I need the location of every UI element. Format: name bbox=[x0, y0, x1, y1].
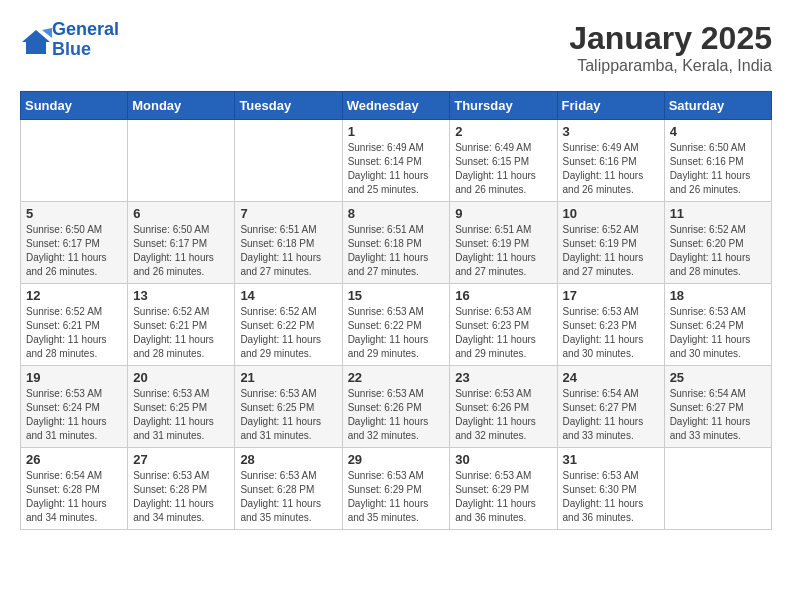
day-info: Sunrise: 6:52 AM Sunset: 6:20 PM Dayligh… bbox=[670, 223, 766, 279]
day-number: 2 bbox=[455, 124, 551, 139]
calendar-week-2: 5Sunrise: 6:50 AM Sunset: 6:17 PM Daylig… bbox=[21, 202, 772, 284]
svg-marker-0 bbox=[22, 30, 50, 54]
month-title: January 2025 bbox=[569, 20, 772, 57]
day-number: 27 bbox=[133, 452, 229, 467]
calendar-cell: 6Sunrise: 6:50 AM Sunset: 6:17 PM Daylig… bbox=[128, 202, 235, 284]
day-number: 10 bbox=[563, 206, 659, 221]
day-number: 16 bbox=[455, 288, 551, 303]
calendar-cell: 9Sunrise: 6:51 AM Sunset: 6:19 PM Daylig… bbox=[450, 202, 557, 284]
title-block: January 2025 Talipparamba, Kerala, India bbox=[569, 20, 772, 75]
day-info: Sunrise: 6:52 AM Sunset: 6:22 PM Dayligh… bbox=[240, 305, 336, 361]
day-info: Sunrise: 6:53 AM Sunset: 6:24 PM Dayligh… bbox=[26, 387, 122, 443]
weekday-header-wednesday: Wednesday bbox=[342, 92, 450, 120]
day-info: Sunrise: 6:54 AM Sunset: 6:27 PM Dayligh… bbox=[563, 387, 659, 443]
calendar-cell: 19Sunrise: 6:53 AM Sunset: 6:24 PM Dayli… bbox=[21, 366, 128, 448]
calendar-cell: 28Sunrise: 6:53 AM Sunset: 6:28 PM Dayli… bbox=[235, 448, 342, 530]
calendar-cell: 2Sunrise: 6:49 AM Sunset: 6:15 PM Daylig… bbox=[450, 120, 557, 202]
calendar-cell: 4Sunrise: 6:50 AM Sunset: 6:16 PM Daylig… bbox=[664, 120, 771, 202]
day-number: 20 bbox=[133, 370, 229, 385]
calendar-cell: 1Sunrise: 6:49 AM Sunset: 6:14 PM Daylig… bbox=[342, 120, 450, 202]
day-number: 18 bbox=[670, 288, 766, 303]
day-number: 7 bbox=[240, 206, 336, 221]
day-number: 13 bbox=[133, 288, 229, 303]
day-number: 28 bbox=[240, 452, 336, 467]
day-info: Sunrise: 6:52 AM Sunset: 6:21 PM Dayligh… bbox=[133, 305, 229, 361]
day-number: 19 bbox=[26, 370, 122, 385]
day-info: Sunrise: 6:50 AM Sunset: 6:17 PM Dayligh… bbox=[26, 223, 122, 279]
day-info: Sunrise: 6:53 AM Sunset: 6:22 PM Dayligh… bbox=[348, 305, 445, 361]
day-info: Sunrise: 6:49 AM Sunset: 6:14 PM Dayligh… bbox=[348, 141, 445, 197]
day-info: Sunrise: 6:54 AM Sunset: 6:28 PM Dayligh… bbox=[26, 469, 122, 525]
day-info: Sunrise: 6:49 AM Sunset: 6:16 PM Dayligh… bbox=[563, 141, 659, 197]
calendar-cell: 3Sunrise: 6:49 AM Sunset: 6:16 PM Daylig… bbox=[557, 120, 664, 202]
calendar-cell: 17Sunrise: 6:53 AM Sunset: 6:23 PM Dayli… bbox=[557, 284, 664, 366]
day-info: Sunrise: 6:53 AM Sunset: 6:25 PM Dayligh… bbox=[133, 387, 229, 443]
day-info: Sunrise: 6:53 AM Sunset: 6:23 PM Dayligh… bbox=[563, 305, 659, 361]
calendar-cell: 30Sunrise: 6:53 AM Sunset: 6:29 PM Dayli… bbox=[450, 448, 557, 530]
calendar-cell bbox=[235, 120, 342, 202]
day-number: 25 bbox=[670, 370, 766, 385]
calendar-cell: 18Sunrise: 6:53 AM Sunset: 6:24 PM Dayli… bbox=[664, 284, 771, 366]
day-info: Sunrise: 6:51 AM Sunset: 6:19 PM Dayligh… bbox=[455, 223, 551, 279]
calendar-week-1: 1Sunrise: 6:49 AM Sunset: 6:14 PM Daylig… bbox=[21, 120, 772, 202]
calendar-cell: 24Sunrise: 6:54 AM Sunset: 6:27 PM Dayli… bbox=[557, 366, 664, 448]
day-number: 26 bbox=[26, 452, 122, 467]
calendar-cell: 8Sunrise: 6:51 AM Sunset: 6:18 PM Daylig… bbox=[342, 202, 450, 284]
day-info: Sunrise: 6:53 AM Sunset: 6:26 PM Dayligh… bbox=[455, 387, 551, 443]
day-info: Sunrise: 6:53 AM Sunset: 6:23 PM Dayligh… bbox=[455, 305, 551, 361]
day-info: Sunrise: 6:51 AM Sunset: 6:18 PM Dayligh… bbox=[348, 223, 445, 279]
day-number: 3 bbox=[563, 124, 659, 139]
day-number: 24 bbox=[563, 370, 659, 385]
day-number: 29 bbox=[348, 452, 445, 467]
day-info: Sunrise: 6:53 AM Sunset: 6:30 PM Dayligh… bbox=[563, 469, 659, 525]
day-info: Sunrise: 6:49 AM Sunset: 6:15 PM Dayligh… bbox=[455, 141, 551, 197]
calendar-cell: 13Sunrise: 6:52 AM Sunset: 6:21 PM Dayli… bbox=[128, 284, 235, 366]
calendar-cell: 7Sunrise: 6:51 AM Sunset: 6:18 PM Daylig… bbox=[235, 202, 342, 284]
calendar-cell: 14Sunrise: 6:52 AM Sunset: 6:22 PM Dayli… bbox=[235, 284, 342, 366]
day-number: 14 bbox=[240, 288, 336, 303]
day-info: Sunrise: 6:53 AM Sunset: 6:28 PM Dayligh… bbox=[133, 469, 229, 525]
day-info: Sunrise: 6:53 AM Sunset: 6:26 PM Dayligh… bbox=[348, 387, 445, 443]
day-info: Sunrise: 6:52 AM Sunset: 6:19 PM Dayligh… bbox=[563, 223, 659, 279]
calendar-cell: 29Sunrise: 6:53 AM Sunset: 6:29 PM Dayli… bbox=[342, 448, 450, 530]
day-number: 21 bbox=[240, 370, 336, 385]
weekday-header-saturday: Saturday bbox=[664, 92, 771, 120]
day-number: 30 bbox=[455, 452, 551, 467]
weekday-header-thursday: Thursday bbox=[450, 92, 557, 120]
weekday-header-row: SundayMondayTuesdayWednesdayThursdayFrid… bbox=[21, 92, 772, 120]
weekday-header-tuesday: Tuesday bbox=[235, 92, 342, 120]
day-number: 23 bbox=[455, 370, 551, 385]
day-number: 4 bbox=[670, 124, 766, 139]
day-number: 5 bbox=[26, 206, 122, 221]
calendar-cell: 25Sunrise: 6:54 AM Sunset: 6:27 PM Dayli… bbox=[664, 366, 771, 448]
day-info: Sunrise: 6:54 AM Sunset: 6:27 PM Dayligh… bbox=[670, 387, 766, 443]
day-info: Sunrise: 6:53 AM Sunset: 6:29 PM Dayligh… bbox=[455, 469, 551, 525]
day-number: 31 bbox=[563, 452, 659, 467]
day-info: Sunrise: 6:53 AM Sunset: 6:29 PM Dayligh… bbox=[348, 469, 445, 525]
logo-text: General Blue bbox=[52, 20, 119, 60]
calendar-cell: 20Sunrise: 6:53 AM Sunset: 6:25 PM Dayli… bbox=[128, 366, 235, 448]
day-info: Sunrise: 6:53 AM Sunset: 6:24 PM Dayligh… bbox=[670, 305, 766, 361]
weekday-header-friday: Friday bbox=[557, 92, 664, 120]
day-number: 8 bbox=[348, 206, 445, 221]
calendar-cell: 15Sunrise: 6:53 AM Sunset: 6:22 PM Dayli… bbox=[342, 284, 450, 366]
logo-icon bbox=[20, 28, 48, 52]
day-info: Sunrise: 6:52 AM Sunset: 6:21 PM Dayligh… bbox=[26, 305, 122, 361]
page-header: General Blue January 2025 Talipparamba, … bbox=[20, 20, 772, 75]
calendar-cell: 11Sunrise: 6:52 AM Sunset: 6:20 PM Dayli… bbox=[664, 202, 771, 284]
calendar-cell: 10Sunrise: 6:52 AM Sunset: 6:19 PM Dayli… bbox=[557, 202, 664, 284]
weekday-header-sunday: Sunday bbox=[21, 92, 128, 120]
calendar-cell bbox=[664, 448, 771, 530]
calendar-week-3: 12Sunrise: 6:52 AM Sunset: 6:21 PM Dayli… bbox=[21, 284, 772, 366]
day-info: Sunrise: 6:51 AM Sunset: 6:18 PM Dayligh… bbox=[240, 223, 336, 279]
calendar-cell bbox=[128, 120, 235, 202]
day-info: Sunrise: 6:53 AM Sunset: 6:28 PM Dayligh… bbox=[240, 469, 336, 525]
location-subtitle: Talipparamba, Kerala, India bbox=[569, 57, 772, 75]
day-number: 12 bbox=[26, 288, 122, 303]
day-number: 15 bbox=[348, 288, 445, 303]
day-number: 9 bbox=[455, 206, 551, 221]
calendar-cell: 21Sunrise: 6:53 AM Sunset: 6:25 PM Dayli… bbox=[235, 366, 342, 448]
calendar-cell bbox=[21, 120, 128, 202]
calendar-table: SundayMondayTuesdayWednesdayThursdayFrid… bbox=[20, 91, 772, 530]
weekday-header-monday: Monday bbox=[128, 92, 235, 120]
